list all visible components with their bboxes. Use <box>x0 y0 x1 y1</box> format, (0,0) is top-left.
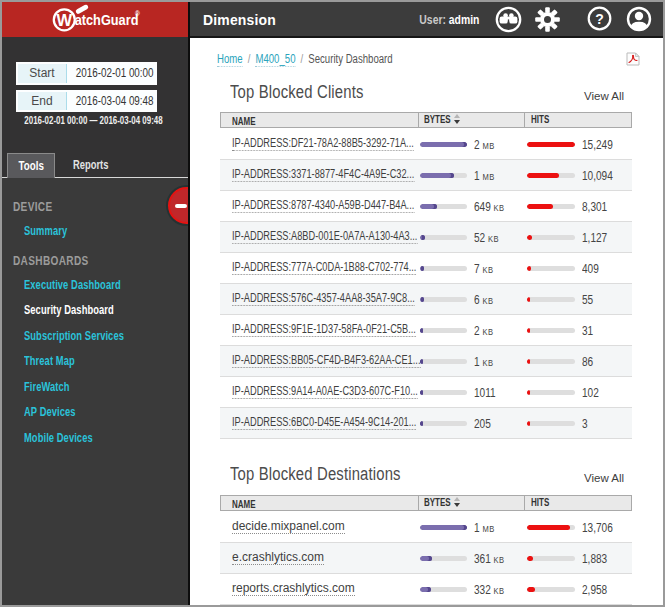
svg-text:?: ? <box>595 11 604 27</box>
svg-text:®: ® <box>135 10 140 17</box>
svg-text:W: W <box>57 11 73 29</box>
svg-text:atchGuard: atchGuard <box>75 12 139 28</box>
